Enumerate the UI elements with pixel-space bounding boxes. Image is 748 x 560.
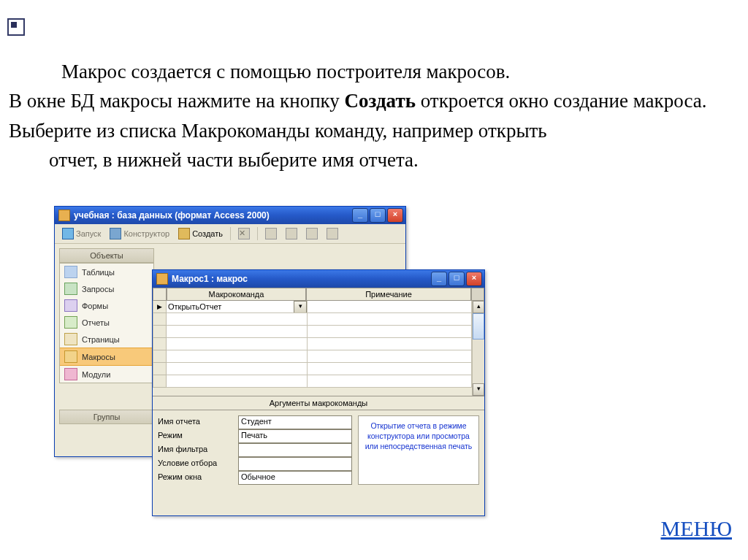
slide-bullet-decoration: [7, 18, 25, 36]
row-selector-current[interactable]: [153, 301, 167, 313]
cell-note[interactable]: [308, 375, 472, 388]
cell-command[interactable]: [167, 350, 308, 363]
arg-label-mode: Режим: [158, 429, 238, 443]
column-header-note[interactable]: Примечание: [306, 288, 471, 301]
scroll-up-button[interactable]: ▴: [473, 301, 484, 313]
macro-window-titlebar[interactable]: Макрос1 : макрос _ □ ×: [153, 270, 484, 288]
arguments-grid: Имя отчета Студент Режим Печать Имя филь…: [158, 415, 352, 485]
toolbar-run[interactable]: Запуск: [59, 226, 104, 241]
reports-icon: [64, 316, 77, 329]
nav-header-objects[interactable]: Объекты: [59, 248, 154, 263]
nav-objects-list: Таблицы Запросы Формы Отчеты Страницы Ма…: [59, 263, 154, 383]
grid-row[interactable]: [153, 375, 472, 388]
nav-item-forms[interactable]: Формы: [60, 297, 153, 314]
scroll-track[interactable]: [473, 340, 484, 383]
nav-item-pages[interactable]: Страницы: [60, 331, 153, 348]
cell-note[interactable]: [308, 363, 472, 375]
toolbar-view3[interactable]: [303, 226, 321, 241]
toolbar-view4[interactable]: [324, 226, 341, 241]
arg-label-report-name: Имя отчета: [158, 415, 238, 429]
paragraph-1: Макрос создается с помощью построителя м…: [9, 58, 741, 85]
db-window-title: учебная : база данных (формат Access 200…: [74, 210, 352, 220]
queries-icon: [64, 283, 77, 295]
grid-row[interactable]: [153, 350, 472, 363]
grid-row[interactable]: [153, 363, 472, 375]
macro-window: Макрос1 : макрос _ □ × Макрокоманда Прим…: [152, 269, 485, 516]
delete-icon: ✕: [238, 228, 250, 239]
row-selector[interactable]: [153, 375, 167, 388]
arguments-pane-header: Аргументы макрокоманды: [153, 396, 484, 410]
close-button[interactable]: ×: [466, 272, 482, 286]
scroll-corner: [471, 288, 484, 301]
grid-row[interactable]: [153, 326, 472, 338]
maximize-button[interactable]: □: [449, 272, 465, 286]
cell-command[interactable]: [167, 375, 308, 388]
macro-window-icon: [156, 273, 168, 285]
nav-item-macros[interactable]: Макросы: [60, 348, 153, 366]
grid-row[interactable]: [153, 313, 472, 326]
row-selector[interactable]: [153, 363, 167, 375]
cell-note[interactable]: [308, 338, 472, 350]
combo-dropdown-button[interactable]: ▾: [294, 301, 307, 313]
nav-item-modules[interactable]: Модули: [60, 366, 153, 383]
scroll-down-button[interactable]: ▾: [473, 383, 484, 396]
arguments-help-text: Открытие отчета в режиме конструктора ил…: [358, 415, 479, 485]
db-window-titlebar[interactable]: учебная : база данных (формат Access 200…: [55, 207, 405, 224]
toolbar-view2[interactable]: [283, 226, 300, 241]
cell-note[interactable]: [308, 350, 472, 363]
cell-command[interactable]: [167, 363, 308, 375]
cell-command[interactable]: [167, 326, 308, 338]
toolbar-design[interactable]: Конструктор: [107, 226, 172, 241]
arg-input-filter-name[interactable]: [238, 443, 352, 457]
nav-item-tables[interactable]: Таблицы: [60, 264, 153, 280]
cell-command[interactable]: [167, 313, 308, 326]
toolbar-separator: [257, 227, 258, 240]
toolbar-create[interactable]: Создать: [175, 226, 226, 241]
design-icon: [110, 228, 121, 239]
row-selector[interactable]: [153, 313, 167, 326]
modules-icon: [64, 368, 77, 380]
db-toolbar: Запуск Конструктор Создать ✕: [55, 224, 405, 244]
arg-label-window-mode: Режим окна: [158, 471, 238, 485]
column-header-command[interactable]: Макрокоманда: [167, 288, 306, 301]
scroll-thumb[interactable]: [473, 313, 484, 340]
cell-note[interactable]: [308, 313, 472, 326]
arg-label-where-condition: Условие отбора: [158, 457, 238, 471]
minimize-button[interactable]: _: [431, 272, 447, 286]
run-icon: [62, 228, 74, 239]
nav-header-groups[interactable]: Группы: [59, 410, 154, 424]
arg-input-report-name[interactable]: Студент: [238, 415, 352, 429]
view-details-icon: [327, 228, 338, 239]
vertical-scrollbar[interactable]: ▴ ▾: [472, 301, 484, 396]
arg-input-window-mode[interactable]: Обычное: [238, 471, 352, 485]
grid-header: Макрокоманда Примечание: [153, 288, 484, 301]
toolbar-view1[interactable]: [262, 226, 280, 241]
menu-link[interactable]: МЕНЮ: [661, 516, 733, 541]
pages-icon: [64, 333, 77, 345]
arg-input-where-condition[interactable]: [238, 457, 352, 471]
close-button[interactable]: ×: [387, 208, 403, 223]
arg-input-mode[interactable]: Печать: [238, 429, 352, 443]
minimize-button[interactable]: _: [352, 208, 368, 223]
nav-item-reports[interactable]: Отчеты: [60, 314, 153, 331]
grid-corner[interactable]: [153, 288, 167, 301]
cell-command-0[interactable]: ОткрытьОтчет ▾: [167, 301, 308, 313]
slide-text-area: Макрос создается с помощью построителя м…: [0, 0, 748, 174]
grid-row[interactable]: ОткрытьОтчет ▾: [153, 301, 472, 313]
nav-item-queries[interactable]: Запросы: [60, 280, 153, 297]
row-selector[interactable]: [153, 338, 167, 350]
row-selector[interactable]: [153, 326, 167, 338]
forms-icon: [64, 299, 77, 312]
toolbar-delete[interactable]: ✕: [235, 226, 253, 241]
row-selector[interactable]: [153, 350, 167, 363]
grid-body: ОткрытьОтчет ▾ ▴ ▾: [153, 301, 484, 396]
cell-command[interactable]: [167, 338, 308, 350]
paragraph-2b-bold: Создать: [345, 90, 416, 112]
maximize-button[interactable]: □: [370, 208, 386, 223]
cell-note[interactable]: [308, 326, 472, 338]
paragraph-2a: В окне БД макросы нажмите на кнопку: [9, 90, 345, 112]
view-large-icon: [265, 228, 277, 239]
cell-note-0[interactable]: [308, 301, 472, 313]
grid-row[interactable]: [153, 338, 472, 350]
paragraph-2c: откроется окно создание макроса.: [416, 90, 706, 112]
